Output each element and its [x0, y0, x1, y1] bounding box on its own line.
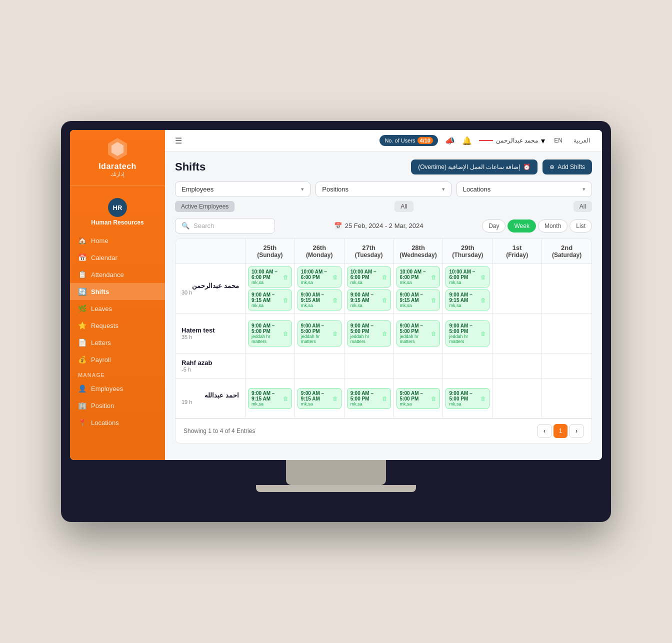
filter-tags-row: Active Employees All All [175, 201, 592, 212]
shift-card[interactable]: 9:00 AM – 9:15 AMmk,sa 🗑 [446, 290, 490, 310]
lang-en[interactable]: EN [552, 136, 564, 145]
shift-card[interactable]: 10:00 AM – 6:00 PMmk,sa 🗑 [347, 266, 391, 288]
shift-card[interactable]: 9:00 AM – 9:15 AMmk,sa 🗑 [298, 388, 342, 409]
shift-time: 9:00 AM – 5:00 PM [400, 390, 432, 402]
sidebar-item-requests[interactable]: ⭐ Requests [70, 317, 165, 334]
trash-icon[interactable]: 🗑 [431, 396, 436, 402]
shift-card[interactable]: 9:00 AM – 5:00 PMjeddah hr matters 🗑 [396, 320, 440, 346]
sidebar-item-attendance[interactable]: 📋 Attendance [70, 266, 165, 283]
shift-card[interactable]: 9:00 AM – 5:00 PMjeddah hr matters 🗑 [298, 320, 342, 346]
sidebar-item-letters[interactable]: 📄 Letters [70, 334, 165, 351]
shift-time: 10:00 AM – 6:00 PM [301, 269, 332, 280]
users-badge: No. of Users 4/10 [380, 135, 438, 146]
logo-hex [106, 138, 128, 160]
view-week-button[interactable]: Week [508, 220, 536, 232]
page-1-button[interactable]: 1 [554, 424, 568, 438]
shift-card[interactable]: 9:00 AM – 5:00 PMjeddah hr matters 🗑 [248, 320, 292, 346]
lang-ar[interactable]: العربية [572, 136, 592, 145]
add-shifts-button[interactable]: ⊕ Add Shifts [542, 160, 592, 174]
trash-icon[interactable]: 🗑 [480, 297, 486, 303]
sidebar-item-locations[interactable]: 📍 Locations [70, 414, 165, 431]
shift-card[interactable]: 9:00 AM – 9:15 AMmk,sa 🗑 [248, 290, 292, 310]
trash-icon[interactable]: 🗑 [332, 274, 338, 280]
sidebar-item-shifts[interactable]: 🔄 Shifts [70, 283, 165, 300]
filters-row: Employees ▾ Positions ▾ Locations ▾ [175, 182, 592, 197]
view-day-button[interactable]: Day [482, 220, 506, 232]
trash-icon[interactable]: 🗑 [431, 274, 436, 280]
megaphone-icon[interactable]: 📣 [445, 136, 455, 146]
employee-name: Rahf azab [182, 359, 239, 366]
sidebar-item-home[interactable]: 🏠 Home [70, 232, 165, 249]
trash-icon[interactable]: 🗑 [382, 274, 388, 280]
trash-icon[interactable]: 🗑 [431, 330, 436, 336]
employee-hours: 19 h [182, 399, 239, 405]
trash-icon[interactable]: 🗑 [332, 396, 338, 402]
trash-icon[interactable]: 🗑 [480, 396, 486, 402]
trash-icon[interactable]: 🗑 [332, 330, 338, 336]
trash-icon[interactable]: 🗑 [332, 297, 338, 303]
shift-time: 9:00 AM – 5:00 PM [400, 323, 432, 334]
shift-card[interactable]: 10:00 AM – 6:00 PMmk,sa 🗑 [396, 266, 440, 288]
col-day-num: 26th [299, 244, 340, 252]
shift-card[interactable]: 9:00 AM – 9:15 AMmk,sa 🗑 [248, 388, 292, 409]
shift-time: 9:00 AM – 5:00 PM [301, 323, 332, 334]
sidebar-item-leaves[interactable]: 🌿 Leaves [70, 300, 165, 317]
trash-icon[interactable]: 🗑 [283, 396, 288, 402]
payroll-icon: 💰 [78, 356, 86, 364]
user-info[interactable]: محمد عبدالرحمن ▾ [479, 136, 545, 146]
all-tag-2[interactable]: All [574, 201, 592, 212]
shift-card[interactable]: 9:00 AM – 5:00 PMmk,sa 🗑 [347, 388, 391, 409]
overtime-button[interactable]: ⏰ إضافة ساعات العمل الإضافية (Overtime) [411, 160, 538, 174]
search-box[interactable]: 🔍 Search [175, 218, 275, 234]
trash-icon[interactable]: 🗑 [382, 396, 388, 402]
sidebar-item-employees[interactable]: 👤 Employees [70, 380, 165, 397]
view-month-button[interactable]: Month [538, 220, 568, 232]
active-employees-tag[interactable]: Active Employees [175, 201, 234, 212]
employees-filter[interactable]: Employees ▾ [175, 182, 310, 197]
shift-card[interactable]: 10:00 AM – 6:00 PMmk,sa 🗑 [248, 266, 292, 288]
sidebar-item-position[interactable]: 🏢 Position [70, 397, 165, 414]
shift-card[interactable]: 9:00 AM – 5:00 PMmk,sa 🗑 [446, 388, 490, 409]
sidebar-item-payroll[interactable]: 💰 Payroll [70, 351, 165, 368]
sidebar-item-calendar[interactable]: 📅 Calendar [70, 249, 165, 266]
trash-icon[interactable]: 🗑 [382, 330, 388, 336]
shift-card[interactable]: 10:00 AM – 6:00 PMmk,sa 🗑 [298, 266, 342, 288]
shift-cell: 9:00 AM – 5:00 PMjeddah hr matters 🗑 [344, 314, 394, 353]
positions-filter[interactable]: Positions ▾ [316, 182, 451, 197]
all-tag-1[interactable]: All [394, 201, 413, 212]
hamburger-icon[interactable]: ☰ [175, 136, 182, 146]
shift-card[interactable]: 9:00 AM – 5:00 PMmk,sa 🗑 [396, 388, 440, 409]
trash-icon[interactable]: 🗑 [382, 297, 388, 303]
shift-card[interactable]: 9:00 AM – 9:15 AMmk,sa 🗑 [347, 290, 391, 310]
shift-loc: jeddah hr matters [252, 334, 283, 344]
shift-card[interactable]: 9:00 AM – 9:15 AMmk,sa 🗑 [396, 290, 440, 310]
trash-icon[interactable]: 🗑 [480, 330, 486, 336]
app-name-arabic: إدارتك [110, 171, 124, 178]
shift-cell-empty [542, 354, 592, 378]
chevron-down-icon: ▾ [541, 136, 545, 146]
next-page-button[interactable]: › [570, 424, 584, 438]
trash-icon[interactable]: 🗑 [283, 274, 288, 280]
employee-name: احمد عبدالله [182, 392, 239, 399]
trash-icon[interactable]: 🗑 [283, 330, 288, 336]
locations-filter[interactable]: Locations ▾ [456, 182, 592, 197]
trash-icon[interactable]: 🗑 [431, 297, 436, 303]
bell-icon[interactable]: 🔔 [462, 136, 472, 146]
shift-card[interactable]: 9:00 AM – 5:00 PMjeddah hr matters 🗑 [347, 320, 391, 346]
page-title: Shifts [175, 160, 206, 174]
trash-icon[interactable]: 🗑 [480, 274, 486, 280]
shift-card[interactable]: 9:00 AM – 5:00 PMjeddah hr matters 🗑 [446, 320, 490, 346]
col-day-name: (Saturday) [546, 252, 588, 258]
shift-cell: 10:00 AM – 6:00 PMmk,sa 🗑 9:00 AM – 9:15… [443, 264, 492, 313]
monitor-frame: Idaratech إدارتك HR Human Resources 🏠 Ho… [61, 121, 611, 522]
trash-icon[interactable]: 🗑 [283, 297, 288, 303]
shift-loc: jeddah hr matters [350, 334, 382, 344]
shift-time: 9:00 AM – 9:15 AM [252, 390, 283, 402]
shift-time: 9:00 AM – 9:15 AM [400, 292, 432, 303]
locations-chevron: ▾ [582, 186, 586, 192]
prev-page-button[interactable]: ‹ [538, 424, 552, 438]
col-day-name: (Tuesday) [348, 252, 390, 258]
shift-card[interactable]: 9:00 AM – 9:15 AMmk,sa 🗑 [298, 290, 342, 310]
view-list-button[interactable]: List [570, 220, 592, 232]
shift-card[interactable]: 10:00 AM – 6:00 PMmk,sa 🗑 [446, 266, 490, 288]
